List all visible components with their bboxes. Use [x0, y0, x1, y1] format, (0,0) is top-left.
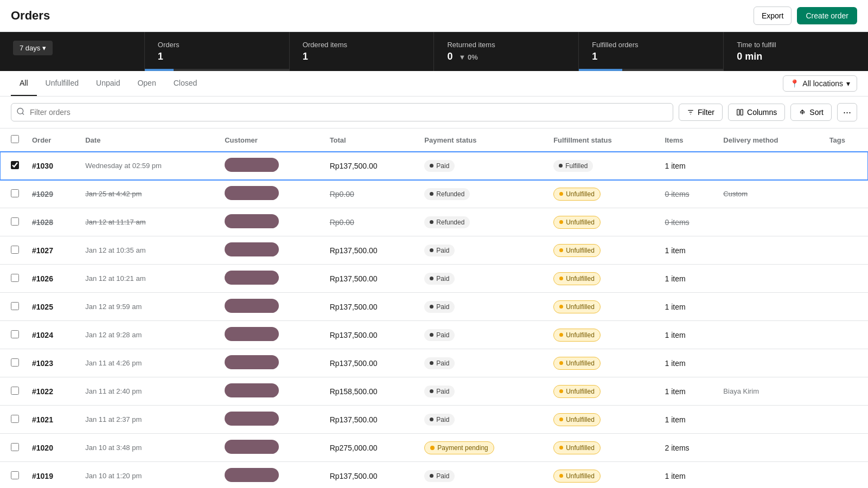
order-number: #1023: [25, 349, 79, 377]
svg-rect-6: [741, 110, 743, 115]
more-options-button[interactable]: ···: [837, 103, 857, 121]
order-customer: [218, 180, 323, 208]
order-items: 1 item: [659, 265, 717, 293]
order-delivery: [717, 265, 822, 293]
create-order-button[interactable]: Create order: [797, 7, 857, 24]
table-row[interactable]: #1026 Jan 12 at 10:21 am Rp137,500.00 Pa…: [0, 265, 868, 293]
table-row[interactable]: #1028 Jan 12 at 11:17 am Rp0.00 Refunded…: [0, 208, 868, 236]
svg-line-1: [22, 113, 24, 115]
order-date: Jan 25 at 4:42 pm: [79, 180, 218, 208]
order-payment-status: Paid: [418, 265, 547, 293]
columns-label: Columns: [747, 108, 777, 117]
order-number: #1030: [25, 152, 79, 180]
svg-point-0: [17, 108, 23, 114]
chevron-down-icon: ▾: [42, 44, 46, 52]
order-payment-status: Paid: [418, 406, 547, 434]
order-payment-status: Payment pending: [418, 434, 547, 462]
row-checkbox[interactable]: [11, 387, 19, 395]
sort-button[interactable]: Sort: [790, 104, 832, 121]
tab-unfulfilled[interactable]: Unfulfilled: [37, 71, 87, 96]
row-checkbox-cell[interactable]: [0, 152, 25, 180]
select-all-header[interactable]: [0, 129, 25, 152]
row-checkbox[interactable]: [11, 471, 19, 479]
tab-unpaid[interactable]: Unpaid: [87, 71, 129, 96]
order-number: #1020: [25, 434, 79, 462]
tab-open[interactable]: Open: [129, 71, 164, 96]
order-items: 0 items: [659, 208, 717, 236]
order-total: Rp158,500.00: [323, 377, 418, 406]
tabs: All Unfulfilled Unpaid Open Closed: [11, 71, 206, 96]
tab-closed[interactable]: Closed: [165, 71, 206, 96]
select-all-checkbox[interactable]: [11, 135, 19, 143]
row-checkbox-cell[interactable]: [0, 293, 25, 321]
order-payment-status: Paid: [418, 293, 547, 321]
table-row[interactable]: #1030 Wednesday at 02:59 pm Rp137,500.00…: [0, 152, 868, 180]
row-checkbox-cell[interactable]: [0, 321, 25, 349]
row-checkbox-cell[interactable]: [0, 236, 25, 265]
columns-button[interactable]: Columns: [728, 104, 785, 121]
table-row[interactable]: #1022 Jan 11 at 2:40 pm Rp158,500.00 Pai…: [0, 377, 868, 406]
stat-orders: Orders 1: [145, 32, 290, 71]
col-tags: Tags: [823, 129, 868, 152]
order-fulfillment-status: Unfulfilled: [547, 349, 658, 377]
stat-ordered-items-label: Ordered items: [303, 41, 421, 49]
order-fulfillment-status: Fulfilled: [547, 152, 658, 180]
row-checkbox[interactable]: [11, 189, 19, 197]
stat-returned-items-value: 0 ▼ 0%: [447, 51, 565, 62]
row-checkbox-cell[interactable]: [0, 265, 25, 293]
row-checkbox-cell[interactable]: [0, 349, 25, 377]
order-date: Jan 12 at 10:35 am: [79, 236, 218, 265]
row-checkbox-cell[interactable]: [0, 406, 25, 434]
order-number: #1026: [25, 265, 79, 293]
order-total: Rp0.00: [323, 208, 418, 236]
order-payment-status: Paid: [418, 321, 547, 349]
order-tags: [823, 377, 868, 406]
order-delivery: [717, 321, 822, 349]
table-header-row: Order Date Customer Total Payment status…: [0, 129, 868, 152]
filter-button[interactable]: Filter: [679, 104, 723, 121]
col-payment: Payment status: [418, 129, 547, 152]
row-checkbox-cell[interactable]: [0, 462, 25, 489]
order-fulfillment-status: Unfulfilled: [547, 462, 658, 489]
search-input[interactable]: [11, 103, 673, 121]
row-checkbox[interactable]: [11, 358, 19, 367]
table-row[interactable]: #1027 Jan 12 at 10:35 am Rp137,500.00 Pa…: [0, 236, 868, 265]
row-checkbox[interactable]: [11, 443, 19, 451]
stat-ordered-items: Ordered items 1: [290, 32, 435, 71]
stats-bar: 7 days ▾ Orders 1 Ordered items 1 Return…: [0, 32, 868, 71]
table-row[interactable]: #1020 Jan 10 at 3:48 pm Rp275,000.00 Pay…: [0, 434, 868, 462]
order-fulfillment-status: Unfulfilled: [547, 236, 658, 265]
location-selector[interactable]: 📍 All locations ▾: [783, 75, 857, 92]
table-row[interactable]: #1024 Jan 12 at 9:28 am Rp137,500.00 Pai…: [0, 321, 868, 349]
row-checkbox[interactable]: [11, 217, 19, 226]
row-checkbox[interactable]: [11, 302, 19, 310]
row-checkbox[interactable]: [11, 246, 19, 254]
export-button[interactable]: Export: [754, 7, 792, 25]
tabs-container: All Unfulfilled Unpaid Open Closed 📍 All…: [0, 71, 868, 97]
row-checkbox[interactable]: [11, 415, 19, 423]
stat-time-label: Time to fulfill: [737, 41, 855, 49]
order-customer: [218, 321, 323, 349]
row-checkbox-cell[interactable]: [0, 377, 25, 406]
row-checkbox-cell[interactable]: [0, 180, 25, 208]
page-header: Orders Export Create order: [0, 0, 868, 32]
row-checkbox[interactable]: [11, 161, 19, 169]
order-number: #1027: [25, 236, 79, 265]
row-checkbox-cell[interactable]: [0, 434, 25, 462]
table-row[interactable]: #1023 Jan 11 at 4:26 pm Rp137,500.00 Pai…: [0, 349, 868, 377]
order-tags: [823, 349, 868, 377]
col-date: Date: [79, 129, 218, 152]
table-row[interactable]: #1025 Jan 12 at 9:59 am Rp137,500.00 Pai…: [0, 293, 868, 321]
tab-all[interactable]: All: [11, 71, 37, 96]
col-items: Items: [659, 129, 717, 152]
table-row[interactable]: #1029 Jan 25 at 4:42 pm Rp0.00 Refunded …: [0, 180, 868, 208]
order-date: Jan 11 at 2:37 pm: [79, 406, 218, 434]
table-row[interactable]: #1021 Jan 11 at 2:37 pm Rp137,500.00 Pai…: [0, 406, 868, 434]
row-checkbox-cell[interactable]: [0, 208, 25, 236]
order-customer: [218, 265, 323, 293]
days-filter-button[interactable]: 7 days ▾: [13, 41, 53, 55]
row-checkbox[interactable]: [11, 274, 19, 282]
table-row[interactable]: #1019 Jan 10 at 1:20 pm Rp137,500.00 Pai…: [0, 462, 868, 489]
row-checkbox[interactable]: [11, 330, 19, 338]
svg-rect-5: [737, 110, 739, 115]
